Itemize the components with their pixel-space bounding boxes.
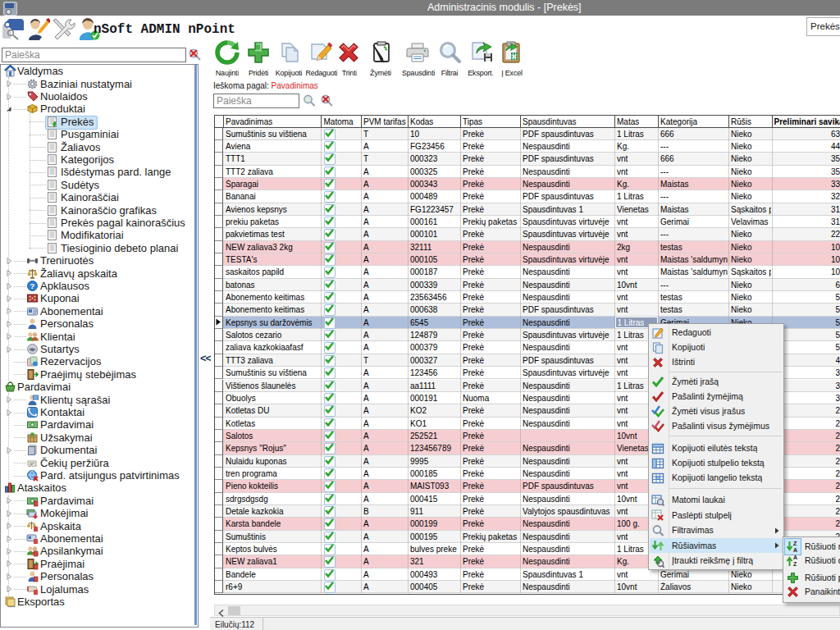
svg-text:?: ? (30, 281, 35, 290)
svg-text:A: A (793, 547, 797, 553)
svg-text:Z: Z (793, 541, 797, 546)
svg-text:Z: Z (793, 561, 797, 567)
svg-text:A: A (793, 555, 797, 560)
svg-text:X: X (512, 54, 516, 60)
